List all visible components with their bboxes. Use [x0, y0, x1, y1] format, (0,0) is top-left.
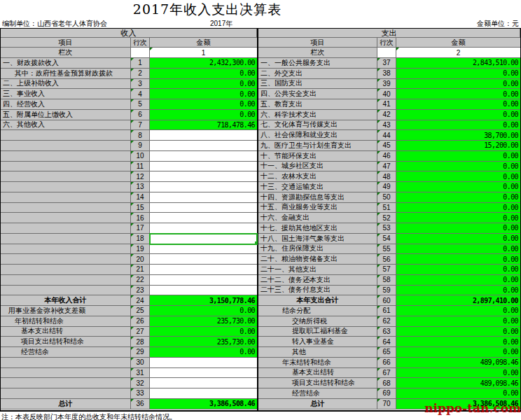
income-line-cell[interactable]: 8 [131, 130, 150, 141]
expense-amount-cell[interactable]: 0.00 [396, 234, 520, 244]
income-lanci-colno-cell[interactable]: 1 [150, 48, 257, 58]
income-item-cell[interactable]: 总计 [1, 399, 131, 410]
expense-item-cell[interactable]: 交纳所得税 [258, 316, 377, 327]
expense-line-cell[interactable]: 54 [377, 234, 396, 244]
income-amount-cell[interactable] [150, 275, 257, 286]
income-item-cell[interactable]: 项目支出结转和结余 [1, 337, 131, 347]
income-amount-cell[interactable] [150, 162, 257, 172]
expense-item-cell[interactable]: 二十一、其他支出 [258, 265, 377, 275]
income-item-cell[interactable]: 本年收入合计 [1, 295, 131, 306]
expense-line-cell[interactable]: 50 [377, 192, 396, 203]
expense-line-cell[interactable]: 63 [377, 327, 396, 337]
income-line-cell[interactable]: 26 [131, 316, 150, 327]
expense-item-cell[interactable]: 二十、粮油物资储备支出 [258, 254, 377, 265]
income-amount-cell[interactable]: 0.00 [150, 89, 257, 99]
income-line-cell[interactable]: 20 [131, 254, 150, 265]
income-line-cell[interactable]: 17 [131, 223, 150, 234]
income-line-cell[interactable]: 6 [131, 110, 150, 120]
expense-line-cell[interactable]: 58 [377, 275, 396, 286]
income-line-cell[interactable]: 29 [131, 347, 150, 358]
income-item-cell[interactable]: 经营结余 [1, 347, 131, 358]
expense-item-cell[interactable]: 十四、资源勘探信息等支出 [258, 192, 377, 203]
income-line-cell[interactable]: 36 [131, 399, 150, 410]
income-item-cell[interactable] [1, 182, 131, 192]
income-amount-cell[interactable]: 0.00 [150, 347, 257, 358]
expense-item-cell[interactable]: 六、科学技术支出 [258, 110, 377, 120]
income-item-cell[interactable] [1, 162, 131, 172]
expense-item-cell[interactable]: 基本支出结转 [258, 368, 377, 379]
expense-amount-cell[interactable]: 0.00 [396, 182, 520, 192]
expense-item-cell[interactable]: 二十三、债务付息支出 [258, 286, 377, 296]
expense-line-cell[interactable]: 62 [377, 316, 396, 327]
income-line-cell[interactable]: 16 [131, 213, 150, 223]
income-lanci-label-cell[interactable]: 栏次 [1, 48, 131, 58]
income-amount-cell[interactable] [150, 378, 257, 388]
expense-line-cell[interactable]: 70 [377, 399, 396, 410]
income-amount-cell[interactable]: 0.00 [150, 306, 257, 316]
expense-amount-cell[interactable]: 2,897,410.00 [396, 295, 520, 306]
income-item-cell[interactable]: 一、财政拨款收入 [1, 58, 131, 69]
income-line-cell[interactable]: 1 [131, 58, 150, 69]
income-item-cell[interactable]: 三、事业收入 [1, 89, 131, 99]
expense-amount-cell[interactable]: 38,700.00 [396, 130, 520, 141]
expense-item-cell[interactable]: 一、一般公共服务支出 [258, 58, 377, 69]
income-item-cell[interactable] [1, 275, 131, 286]
expense-line-cell[interactable]: 38 [377, 69, 396, 79]
income-item-cell[interactable]: 六、其他收入 [1, 120, 131, 131]
income-item-cell[interactable]: 其中：政府性基金预算财政拨款 [1, 69, 131, 79]
income-line-cell[interactable]: 22 [131, 275, 150, 286]
income-section-header[interactable]: 收入 [1, 29, 257, 38]
expense-amount-cell[interactable]: 0.00 [396, 79, 520, 90]
expense-amount-cell[interactable]: 0.00 [396, 316, 520, 327]
expense-lanci-label-cell[interactable]: 栏次 [258, 48, 377, 58]
income-amount-cell[interactable] [150, 286, 257, 296]
income-amount-cell[interactable] [150, 182, 257, 192]
expense-item-cell[interactable]: 提取职工福利基金 [258, 327, 377, 337]
expense-amount-cell[interactable]: 0.00 [396, 306, 520, 316]
income-amount-cell[interactable] [150, 203, 257, 214]
income-item-cell[interactable] [1, 192, 131, 203]
income-item-cell[interactable] [1, 358, 131, 368]
expense-amount-cell[interactable]: 0.00 [396, 89, 520, 99]
expense-line-cell[interactable]: 59 [377, 286, 396, 296]
income-line-cell[interactable]: 14 [131, 192, 150, 203]
expense-item-cell[interactable]: 四、公共安全支出 [258, 89, 377, 99]
expense-line-cell[interactable]: 48 [377, 172, 396, 182]
income-amount-cell[interactable] [150, 141, 257, 151]
expense-item-cell[interactable]: 本年支出合计 [258, 295, 377, 306]
expense-amount-cell[interactable]: 0.00 [396, 151, 520, 162]
income-amount-cell[interactable] [150, 151, 257, 162]
expense-line-cell[interactable]: 68 [377, 378, 396, 388]
income-line-cell[interactable]: 31 [131, 368, 150, 379]
income-amount-cell[interactable]: 0.00 [150, 69, 257, 79]
expense-amount-cell[interactable]: 0.00 [396, 120, 520, 131]
expense-item-cell[interactable]: 年末结转和结余 [258, 358, 377, 368]
expense-amount-cell[interactable]: 0.00 [396, 347, 520, 358]
income-amount-cell[interactable]: 2,432,300.00 [150, 58, 257, 69]
income-amount-cell[interactable] [150, 172, 257, 182]
income-amount-cell[interactable] [150, 213, 257, 223]
income-line-cell[interactable]: 28 [131, 337, 150, 347]
expense-amount-cell[interactable]: 0.00 [396, 203, 520, 214]
income-amount-cell[interactable] [150, 368, 257, 379]
income-item-cell[interactable] [1, 234, 131, 244]
expense-line-cell[interactable]: 42 [377, 110, 396, 120]
income-item-cell[interactable] [1, 130, 131, 141]
income-amount-cell[interactable] [150, 130, 257, 141]
income-line-cell[interactable]: 3 [131, 79, 150, 90]
expense-item-cell[interactable]: 二、外交支出 [258, 69, 377, 79]
income-amount-cell[interactable] [150, 388, 257, 399]
income-amount-cell[interactable]: 235,730.00 [150, 337, 257, 347]
income-line-cell[interactable]: 10 [131, 151, 150, 162]
income-amount-cell[interactable] [150, 192, 257, 203]
expense-amount-cell[interactable]: 15,200.00 [396, 141, 520, 151]
expense-amount-cell[interactable]: 0.00 [396, 99, 520, 110]
income-line-cell[interactable]: 32 [131, 378, 150, 388]
expense-line-cell[interactable]: 47 [377, 162, 396, 172]
income-item-cell[interactable] [1, 265, 131, 275]
expense-line-cell[interactable]: 57 [377, 265, 396, 275]
income-item-header[interactable]: 项目 [1, 38, 131, 48]
expense-amount-cell[interactable]: 0.00 [396, 244, 520, 255]
expense-amount-cell[interactable]: 489,098.46 [396, 378, 520, 388]
income-amount-cell[interactable] [150, 223, 257, 234]
